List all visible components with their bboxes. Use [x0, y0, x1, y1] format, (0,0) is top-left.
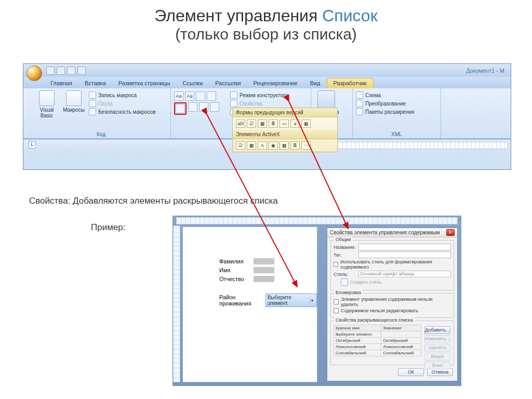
schema-icon	[356, 91, 363, 99]
ribbon-tabs: Главная Вставка Разметка страницы Ссылки…	[23, 77, 511, 88]
legacy-tools-icon[interactable]	[210, 102, 219, 112]
tab-layout[interactable]: Разметка страницы	[112, 78, 177, 88]
richtext-ctrl-icon[interactable]: Aa	[174, 91, 183, 101]
name-input[interactable]	[358, 244, 451, 250]
list-props-group: Свойства раскрывающегося списка Добавить…	[330, 321, 454, 365]
delete-button[interactable]: Удалить	[424, 344, 450, 352]
tab-refs[interactable]: Ссылки	[177, 78, 209, 88]
down-button[interactable]: Вниз	[424, 362, 450, 369]
style-select[interactable]: Основной шрифт абзаца	[358, 271, 451, 277]
ax-more-icon[interactable]: ⋯	[301, 141, 311, 150]
list-table[interactable]: Краткое имяЗначение Выберите элемент. Ок…	[334, 325, 421, 356]
tab-type-icon[interactable]: L	[29, 141, 36, 149]
properties-button[interactable]: Свойства	[230, 100, 289, 107]
region-label: Район проживания	[219, 294, 262, 307]
table-row: ОктябрьскийОктябрьский	[334, 338, 421, 344]
expansion-label: Пакеты расширения	[365, 109, 414, 115]
structure-icon	[317, 90, 335, 108]
tag-label: Тег:	[334, 252, 356, 258]
text-ctrl-icon[interactable]: Aa	[185, 91, 194, 101]
combo-ctrl-icon[interactable]	[207, 91, 216, 101]
listbox-ctrl-icon[interactable]	[176, 104, 185, 113]
qat-more-icon[interactable]	[77, 66, 86, 75]
add-button[interactable]: Добавить...	[424, 326, 450, 334]
tab-home[interactable]: Главная	[44, 78, 78, 88]
ax-text-icon[interactable]: ▦	[247, 141, 256, 150]
record-macro-button[interactable]: Запись макроса	[89, 91, 156, 99]
legacy-tools-panel: Формы предыдущих версий abl ☑ ▦ ≣ ▭ a ▦ …	[232, 108, 338, 152]
surname-placeholder	[254, 258, 274, 264]
general-group: Общие Название: Тег: Использовать стиль …	[330, 240, 454, 290]
block-ctrl-icon[interactable]	[199, 102, 208, 112]
close-icon[interactable]: ×	[446, 229, 455, 236]
macro-security-button[interactable]: Безопасность макросов	[89, 108, 156, 115]
legacy-forms-row: abl ☑ ▦ ≣ ▭ a ▦	[233, 117, 337, 130]
create-style-button[interactable]: Создать стиль...	[350, 280, 385, 285]
slide-title: Элемент управления Список	[0, 6, 532, 25]
legacy-combo-icon[interactable]: ▦	[258, 119, 267, 128]
save-icon[interactable]	[46, 66, 55, 75]
ax-check-icon[interactable]: ☑	[236, 141, 245, 150]
name-label: Название:	[334, 245, 356, 250]
pause-icon	[89, 100, 96, 107]
legacy-list-icon[interactable]: ≣	[269, 119, 278, 128]
lock-edit-checkbox[interactable]	[334, 308, 339, 313]
schema-label: Схема	[365, 92, 381, 98]
schema-button[interactable]: Схема	[356, 91, 437, 99]
macro-security-label: Безопасность макросов	[98, 109, 156, 115]
ax-combo-icon[interactable]: ≣	[290, 141, 300, 150]
design-mode-label: Режим конструктора	[240, 92, 289, 98]
cancel-button[interactable]: Отмена	[427, 368, 453, 376]
tab-insert[interactable]: Вставка	[78, 78, 112, 88]
properties-icon	[230, 100, 237, 107]
legacy-check-icon[interactable]: ☑	[247, 119, 256, 128]
tab-developer[interactable]: Разработчик	[327, 78, 374, 88]
transform-button[interactable]: Преобразование	[356, 100, 437, 107]
picture-ctrl-icon[interactable]	[196, 91, 205, 101]
document-area: Фамилия Имя Отчество Район проживания Вы…	[172, 216, 461, 386]
tag-input[interactable]	[358, 251, 451, 258]
redo-icon[interactable]	[67, 66, 75, 75]
field-name-row: Имя	[219, 267, 274, 273]
expansion-icon	[356, 108, 363, 115]
surname-label: Фамилия	[219, 258, 250, 264]
visual-basic-button[interactable]: Visual Basic	[35, 89, 59, 118]
tab-view[interactable]: Вид	[304, 78, 327, 88]
name-label: Имя	[219, 267, 250, 273]
shield-icon	[89, 108, 96, 115]
ok-button[interactable]: ОК	[398, 368, 424, 376]
tab-review[interactable]: Рецензирование	[247, 78, 304, 88]
region-value: Выберите элемент.	[268, 295, 308, 306]
office-orb-icon[interactable]	[26, 65, 42, 81]
name-placeholder	[254, 267, 274, 273]
up-button[interactable]: Вверх	[424, 353, 450, 361]
macros-label: Макросы	[63, 107, 85, 113]
properties-dialog: Свойства элемента управления содержимым …	[327, 228, 458, 381]
general-label: Общие	[334, 237, 353, 242]
patronymic-label: Отчество	[219, 276, 250, 282]
undo-icon[interactable]	[57, 66, 65, 75]
pause-label: Пауза	[98, 101, 113, 107]
legacy-frame-icon[interactable]: ▭	[280, 119, 289, 128]
ax-label-icon[interactable]: A	[258, 141, 267, 150]
tab-mail[interactable]: Рассылки	[209, 78, 247, 88]
legacy-shade-icon[interactable]: ▦	[301, 119, 311, 128]
ax-option-icon[interactable]: ◉	[269, 141, 278, 150]
transform-icon	[356, 100, 363, 107]
design-mode-button[interactable]: Режим конструктора	[230, 91, 289, 99]
expansion-button[interactable]: Пакеты расширения	[356, 108, 437, 115]
ax-list-icon[interactable]: ▦	[280, 141, 289, 150]
title-text: Элемент управления	[154, 6, 322, 25]
legacy-text-icon[interactable]: abl	[236, 119, 245, 128]
use-style-checkbox[interactable]	[334, 262, 338, 267]
field-patronymic-row: Отчество	[219, 276, 274, 282]
title-accent: Список	[322, 6, 377, 25]
locking-label: Блокировка	[334, 290, 363, 295]
lock-delete-checkbox[interactable]	[334, 299, 339, 304]
date-ctrl-icon[interactable]	[188, 102, 197, 112]
macros-button[interactable]: Макросы	[62, 89, 86, 113]
legacy-label-icon[interactable]: a	[290, 119, 300, 128]
region-dropdown[interactable]: Выберите элемент. ▾	[265, 294, 317, 307]
edit-button[interactable]: Изменить...	[424, 335, 450, 343]
titlebar: Документ1 - M	[23, 64, 511, 77]
